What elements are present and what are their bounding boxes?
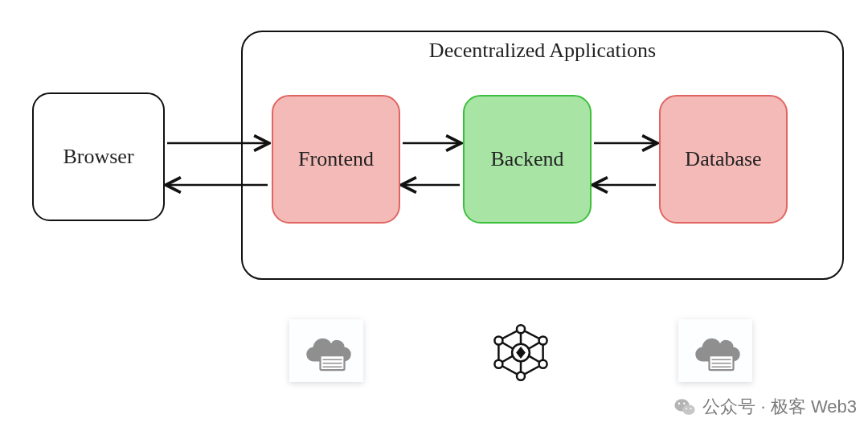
- watermark-label: 公众号 · 极客 Web3: [702, 395, 857, 419]
- svg-point-18: [539, 336, 547, 344]
- svg-point-34: [690, 408, 692, 409]
- svg-point-22: [494, 336, 502, 344]
- container-title: Decentralized Applications: [243, 39, 842, 63]
- host-icon-row: [241, 310, 868, 391]
- node-database: Database: [659, 95, 788, 224]
- svg-point-32: [684, 403, 686, 405]
- svg-point-19: [539, 360, 547, 368]
- node-database-label: Database: [685, 147, 761, 171]
- svg-point-33: [686, 408, 688, 409]
- svg-point-20: [517, 372, 525, 380]
- blockchain-network-icon: [484, 319, 558, 382]
- svg-point-21: [494, 360, 502, 368]
- node-backend: Backend: [463, 95, 592, 224]
- cloud-server-icon: [678, 319, 752, 382]
- watermark: 公众号 · 极客 Web3: [674, 395, 857, 419]
- node-frontend: Frontend: [272, 95, 400, 224]
- svg-point-17: [517, 325, 525, 333]
- wechat-icon: [674, 396, 696, 418]
- node-frontend-label: Frontend: [298, 147, 374, 171]
- node-backend-label: Backend: [491, 147, 564, 171]
- node-browser: Browser: [32, 92, 165, 221]
- svg-point-30: [683, 404, 695, 415]
- cloud-server-icon: [289, 319, 363, 382]
- svg-point-31: [678, 403, 681, 405]
- diagram-canvas: Browser Decentralized Applications Front…: [0, 0, 868, 427]
- node-browser-label: Browser: [63, 145, 133, 169]
